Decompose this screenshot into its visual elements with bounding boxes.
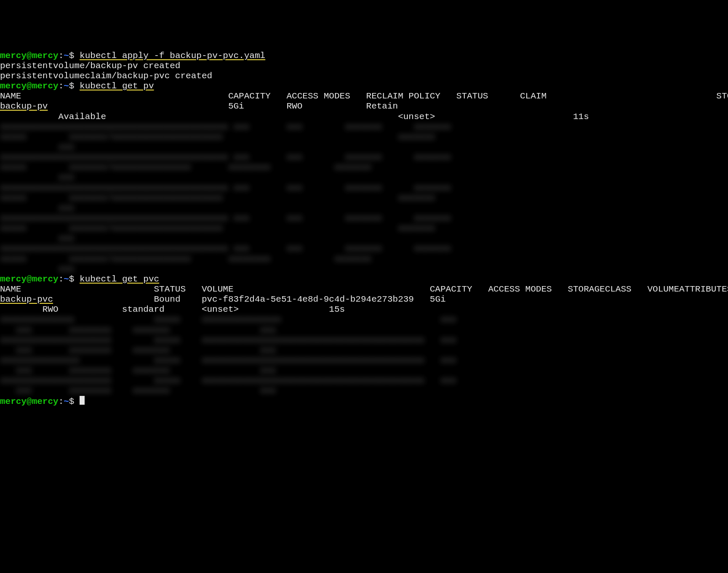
output-line: persistentvolume/backup-pv created (0, 61, 180, 71)
prompt: mercy@mercy:~$ (0, 81, 74, 91)
pv-row-name: backup-pv (0, 101, 48, 111)
pv-row-line2: Available <unset> 11s (0, 112, 589, 122)
pvc-row-name: backup-pvc (0, 294, 53, 304)
pvc-row-rest: Bound pvc-f83f2d4a-5e51-4e8d-9c4d-b294e2… (53, 294, 446, 304)
command-get-pv: kubectl get pv (80, 81, 154, 91)
pvc-header: NAME STATUS VOLUME CAPACITY ACCESS MODES… (0, 284, 728, 294)
blurred-output: xxxxxxxxxxxxxxxxxxxxxxxxxxxxxxxxxxxxxxxx… (0, 122, 451, 274)
prompt: mercy@mercy:~$ (0, 51, 74, 61)
output-line: persistentvolumeclaim/backup-pvc created (0, 71, 212, 81)
prompt: mercy@mercy:~$ (0, 397, 74, 406)
command-get-pvc: kubectl get pvc (80, 274, 159, 284)
prompt: mercy@mercy:~$ (0, 274, 74, 284)
command-apply: kubectl apply -f backup-pv-pvc.yaml (80, 51, 265, 61)
blurred-output: xxxxxxxxxxxxxx xxxxx xxxxxxxxxxxxxxx xxx… (0, 315, 456, 395)
cursor-icon (80, 396, 85, 405)
pvc-row-line2: RWO standard <unset> 15s (0, 305, 345, 314)
pv-row-rest: 5Gi RWO Retain (48, 101, 398, 111)
terminal[interactable]: mercy@mercy:~$ kubectl apply -f backup-p… (0, 51, 728, 411)
pv-header: NAME CAPACITY ACCESS MODES RECLAIM POLIC… (0, 91, 728, 101)
